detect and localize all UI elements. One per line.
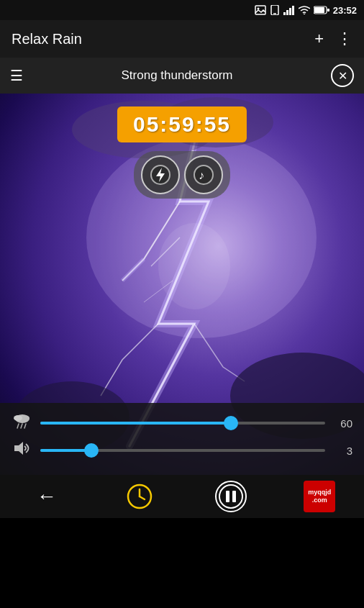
svg-rect-33: [226, 491, 229, 502]
rain-slider-value: 60: [332, 417, 352, 430]
svg-rect-7: [292, 6, 294, 15]
svg-line-25: [17, 424, 19, 428]
wifi-icon: [299, 6, 310, 14]
svg-rect-5: [286, 10, 288, 15]
sub-header: ☰ Strong thunderstorm ✕: [0, 58, 364, 94]
svg-line-27: [24, 424, 26, 428]
svg-point-32: [219, 485, 242, 508]
app-title: Relax Rain: [12, 31, 82, 47]
battery-icon: [314, 6, 329, 14]
rain-slider-fill: [40, 422, 231, 425]
sliders-section: 60 3: [0, 403, 364, 475]
status-icons: 23:52: [255, 5, 357, 16]
svg-rect-10: [314, 7, 324, 13]
status-time: 23:52: [333, 5, 357, 16]
top-bar-actions: + ⋮: [314, 30, 352, 48]
clock-button[interactable]: [122, 478, 158, 514]
scene-title: Strong thunderstorm: [23, 68, 331, 83]
clock-icon: [127, 484, 153, 509]
image-icon: [255, 5, 266, 15]
svg-line-26: [21, 424, 22, 428]
rain-icon: [12, 413, 33, 433]
volume-slider-row: 3: [12, 440, 352, 460]
signal-icon: [283, 5, 295, 15]
close-button[interactable]: ✕: [331, 64, 354, 87]
svg-point-23: [14, 415, 22, 421]
svg-rect-34: [232, 491, 236, 502]
volume-slider-thumb[interactable]: [84, 443, 99, 458]
flash-icon: [150, 165, 170, 185]
rain-slider-track[interactable]: [40, 422, 325, 425]
pause-icon: [218, 484, 244, 509]
volume-icon: [12, 440, 33, 460]
control-buttons: ♪: [134, 151, 230, 199]
svg-point-13: [158, 223, 230, 309]
music-button[interactable]: ♪: [184, 155, 223, 194]
watermark: myqqjd.com: [304, 481, 335, 512]
status-bar: 23:52: [0, 0, 364, 20]
back-button[interactable]: ←: [29, 478, 65, 514]
svg-rect-11: [327, 9, 329, 12]
back-icon: ←: [37, 485, 57, 508]
svg-rect-4: [283, 12, 286, 15]
svg-line-31: [140, 496, 145, 499]
bottom-nav: ← myqqjd.com: [0, 475, 364, 518]
menu-icon[interactable]: ☰: [10, 67, 23, 84]
svg-text:♪: ♪: [199, 169, 204, 181]
svg-marker-28: [14, 442, 23, 455]
volume-slider-value: 3: [332, 445, 352, 457]
rain-slider-row: 60: [12, 413, 352, 433]
phone-icon: [270, 5, 280, 15]
close-icon: ✕: [338, 69, 347, 83]
rain-slider-thumb[interactable]: [224, 416, 238, 430]
timer-display[interactable]: 05:59:55: [117, 106, 247, 142]
svg-rect-6: [289, 8, 291, 15]
svg-point-8: [304, 14, 305, 14]
svg-point-1: [257, 8, 259, 10]
main-content: 05:59:55 ♪: [0, 94, 364, 475]
add-button[interactable]: +: [314, 30, 324, 48]
svg-point-24: [22, 416, 29, 421]
music-icon: ♪: [194, 165, 214, 185]
more-options-button[interactable]: ⋮: [337, 30, 352, 48]
top-bar: Relax Rain + ⋮: [0, 20, 364, 58]
pause-button[interactable]: [215, 481, 247, 512]
flash-button[interactable]: [141, 155, 180, 194]
volume-slider-track[interactable]: [40, 449, 325, 452]
